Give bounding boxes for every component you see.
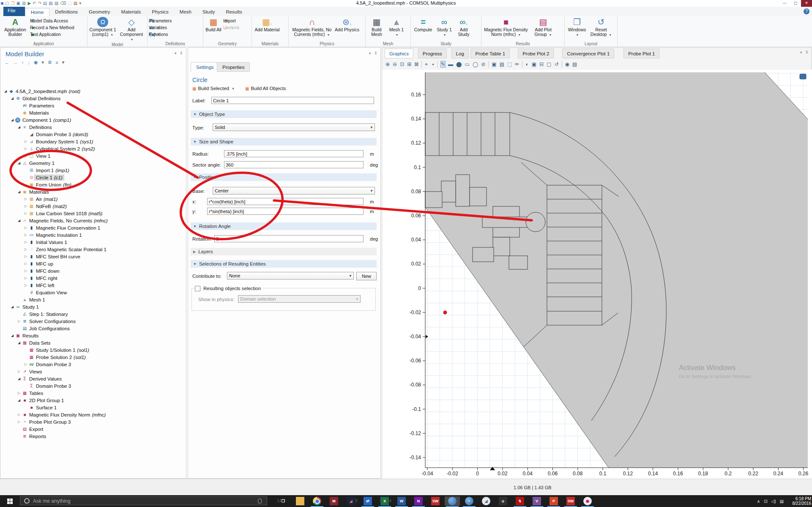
tree-item-view-1[interactable]: ▷▢View 1 xyxy=(0,152,186,159)
graphics-tab-probe-plot-2[interactable]: Probe Plot 2 xyxy=(518,49,554,58)
expander-icon[interactable]: ◢ xyxy=(10,118,15,122)
taskbar-icon-teamviewer[interactable]: ⇄ xyxy=(360,496,375,506)
tree-item-study-1-solution-1[interactable]: ▦Study 1/Solution 1(sol1) xyxy=(0,346,186,354)
tree-item-reports[interactable]: ≣Reports xyxy=(0,433,186,440)
view-visibility-icon[interactable]: ▣ xyxy=(532,61,536,67)
start-button[interactable] xyxy=(0,495,19,507)
ribbon-tab-study[interactable]: Study xyxy=(197,8,220,16)
tree-options-icon[interactable]: ▾ xyxy=(62,60,65,65)
copy-image-icon[interactable]: ▣ xyxy=(492,61,496,67)
test-application-button[interactable]: ▶Test Application xyxy=(30,31,36,37)
zoom-box-icon[interactable]: ⊡ xyxy=(400,61,404,67)
expander-icon[interactable]: ▷ xyxy=(23,211,28,215)
taskbar-icon-maxthon[interactable]: M xyxy=(326,496,342,506)
graphics-tab-probe-table-1[interactable]: Probe Table 1 xyxy=(470,49,510,58)
select-icon[interactable]: ✎ xyxy=(441,61,445,67)
tree-item-4-5a-2-loopedtest-mph[interactable]: ◢◆4.5A_2_loopedtest.mph(root) xyxy=(0,88,186,95)
tree-item-boundary-system-1[interactable]: ▷⊿Boundary System 1(sys1) xyxy=(0,138,186,145)
tree-item-import-1[interactable]: ⊞Import 1(imp1) xyxy=(0,167,186,174)
export-image-icon[interactable]: ▤ xyxy=(500,61,504,67)
show-menu-icon[interactable]: ▾ xyxy=(42,60,44,65)
study-1-button[interactable]: ∞ Study 1 ▼ xyxy=(435,16,454,41)
deselect-lasso-icon[interactable]: ◯ xyxy=(473,61,478,67)
tree-item-mfc-steel-bh-curve[interactable]: ▷▮MFC Steel BH curve xyxy=(0,253,186,260)
tree-item-mfc-up[interactable]: ▷▮MFC up xyxy=(0,260,186,267)
expander-icon[interactable]: ▷ xyxy=(23,362,28,366)
tree-item-solver-configurations[interactable]: ▷≣Solver Configurations xyxy=(0,318,186,325)
pin-icon[interactable]: ⊼ xyxy=(374,51,377,55)
taskbar-icon-comsol-2[interactable]: + xyxy=(462,496,477,506)
expander-icon[interactable]: ▷ xyxy=(23,240,28,244)
section-object-type[interactable]: ▼Object Type xyxy=(191,110,377,118)
expander-icon[interactable]: ▷ xyxy=(23,147,28,151)
expander-icon[interactable]: ▷ xyxy=(16,420,22,424)
expander-icon[interactable]: ▷ xyxy=(23,204,28,208)
expander-icon[interactable]: ▷ xyxy=(23,262,28,266)
zoom-out-icon[interactable]: ⊖ xyxy=(393,61,397,67)
minimize-button[interactable]: — xyxy=(779,0,790,7)
circle-1-geometry[interactable] xyxy=(526,212,545,232)
add-material-button[interactable]: ▦↓ Add Material xyxy=(253,16,281,41)
action-center-icon[interactable]: ▤ xyxy=(780,499,784,504)
build-all-button[interactable]: ▦ Build All xyxy=(205,16,222,41)
ribbon-tab-home[interactable]: Home xyxy=(25,8,50,16)
type-dropdown[interactable]: Solid▼ xyxy=(213,123,375,131)
build-mesh-button[interactable]: ▦ Build Mesh xyxy=(367,16,386,41)
tree-item-global-definitions[interactable]: ◢⊕Global Definitions xyxy=(0,95,186,102)
open-file-icon[interactable]: ❐ xyxy=(11,0,15,6)
redo-icon[interactable]: ↷ xyxy=(38,0,41,6)
expander-icon[interactable]: ▷ xyxy=(23,197,28,201)
expander-icon[interactable]: ▷ xyxy=(23,283,28,287)
section-layers[interactable]: ▶Layers xyxy=(191,248,377,255)
tree-item-domain-probe-3[interactable]: ▷AVDomain Probe 3 xyxy=(0,361,186,368)
tray-expand-icon[interactable]: ∧ xyxy=(757,499,760,504)
expander-icon[interactable]: ▷ xyxy=(23,233,28,237)
expander-icon[interactable]: ◢ xyxy=(3,89,8,93)
volume-icon[interactable]: ◁) xyxy=(771,499,776,504)
ribbon-tab-materials[interactable]: Materials xyxy=(116,8,147,16)
sector-angle-input[interactable] xyxy=(224,161,364,168)
radius-input[interactable] xyxy=(224,150,364,157)
panel-menu-icon[interactable]: ▾ xyxy=(800,50,802,55)
new-button[interactable]: New xyxy=(356,272,377,280)
taskbar-icon-word[interactable]: W xyxy=(394,496,409,506)
taskbar-icon-file-explorer[interactable] xyxy=(293,496,308,506)
tree-item-materials[interactable]: ◉Materials xyxy=(0,109,186,116)
tab-properties[interactable]: Properties xyxy=(217,62,250,72)
expander-icon[interactable]: ◢ xyxy=(16,341,22,345)
windows-button[interactable]: ❐ Windows ▼ xyxy=(566,16,588,41)
expander-icon[interactable]: ▷ xyxy=(23,154,28,158)
tree-item-job-configurations[interactable]: ▤Job Configurations xyxy=(0,325,186,332)
section-rotation-angle[interactable]: ▼Rotation Angle xyxy=(191,222,377,230)
taskbar-icon-paint[interactable]: ◉ xyxy=(580,496,595,506)
network-icon[interactable]: ⊡ xyxy=(764,499,767,504)
graphics-tab-graphics[interactable]: Graphics xyxy=(385,49,413,58)
base-dropdown[interactable]: Center▼ xyxy=(213,187,375,195)
zoom-extents-icon[interactable]: ⊞ xyxy=(407,61,411,67)
tree-item-materials[interactable]: ◢◉Materials xyxy=(0,188,186,195)
expander-icon[interactable]: ▷ xyxy=(16,391,22,395)
delete-icon[interactable]: ⌫ xyxy=(60,0,66,6)
tree-item-magnetic-fields-no-currents[interactable]: ◢∩Magnetic Fields, No Currents(mfnc) xyxy=(0,217,186,224)
expander-icon[interactable]: ▷ xyxy=(23,255,28,258)
tree-item-parameters[interactable]: PiParameters xyxy=(0,102,186,109)
livelink-button[interactable]: ⇄LiveLink▼ xyxy=(223,25,234,30)
taskbar-icon-browser[interactable]: ◢ xyxy=(478,496,494,506)
expander-icon[interactable]: ▷ xyxy=(16,413,22,417)
y-input[interactable] xyxy=(207,208,364,215)
expander-icon[interactable]: ▷ xyxy=(23,140,28,143)
tree-item-data-sets[interactable]: ◢▦Data Sets xyxy=(0,339,186,346)
maximize-button[interactable]: ▢ xyxy=(790,0,801,7)
taskbar-icon-excel[interactable]: X xyxy=(377,496,392,506)
component-1-button[interactable]: Ω Component 1 (comp1) ▼ xyxy=(89,16,117,42)
ribbon-tab-physics[interactable]: Physics xyxy=(146,8,174,16)
taskbar-icon-viber[interactable]: V xyxy=(529,496,544,506)
geometry-view[interactable]: -0.04-0.0200.020.040.060.080.10.120.140.… xyxy=(382,70,812,479)
tree-item-export[interactable]: ▤Export xyxy=(0,425,186,433)
contribute-to-dropdown[interactable]: None▼ xyxy=(227,272,354,280)
paste-icon[interactable]: ▧ xyxy=(49,0,52,6)
tree-item-ndfeb[interactable]: ▷▦NdFeB(mat2) xyxy=(0,203,186,210)
parameters-button[interactable]: PiParameters xyxy=(149,18,160,24)
magnetic-fields-button[interactable]: ∩ Magnetic Fields, No Currents (mfnc) ▼ xyxy=(290,16,334,41)
tree-item-form-union[interactable]: ▣Form Union(fin) xyxy=(0,181,186,188)
